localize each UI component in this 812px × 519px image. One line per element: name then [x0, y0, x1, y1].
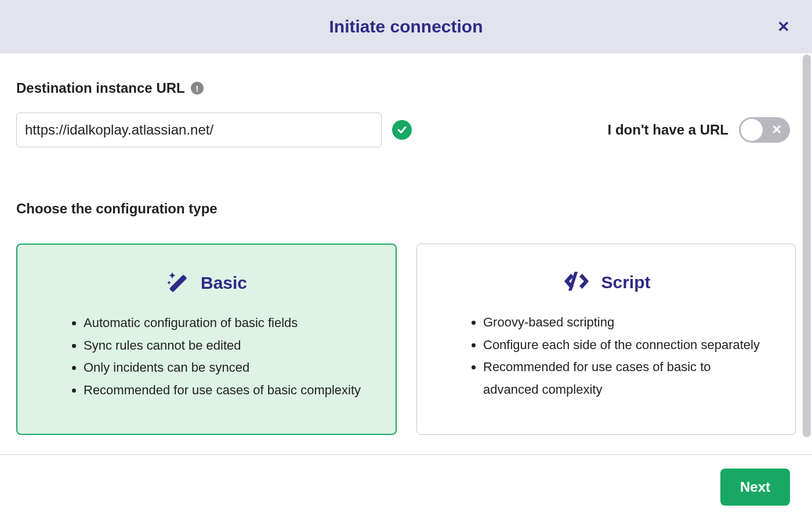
svg-rect-1	[568, 272, 578, 291]
no-url-toggle[interactable]: ✕	[739, 117, 790, 143]
card-bullets-basic: Automatic configuration of basic fields …	[35, 312, 378, 401]
card-title-basic: Basic	[201, 273, 247, 293]
destination-url-label: Destination instance URL !	[16, 80, 796, 96]
next-button[interactable]: Next	[720, 469, 790, 506]
card-head-basic: Basic	[35, 269, 378, 297]
no-url-label: I don't have a URL	[608, 122, 728, 138]
no-url-block: I don't have a URL ✕	[608, 117, 796, 143]
dialog-content: Destination instance URL ! I don't have …	[0, 53, 812, 447]
dialog-header: Initiate connection ✕	[0, 0, 812, 53]
list-item: Configure each side of the connection se…	[483, 334, 766, 357]
list-item: Sync rules cannot be edited	[84, 335, 367, 357]
toggle-x-icon: ✕	[771, 122, 782, 137]
config-options-row: Basic Automatic configuration of basic f…	[16, 244, 796, 435]
destination-url-input[interactable]	[16, 112, 382, 147]
code-icon	[561, 268, 592, 296]
destination-url-label-text: Destination instance URL	[16, 80, 185, 96]
config-type-label: Choose the configuration type	[16, 201, 796, 217]
info-icon[interactable]: !	[191, 82, 204, 95]
toggle-knob	[741, 119, 763, 141]
close-button[interactable]: ✕	[777, 19, 790, 34]
scrollbar[interactable]	[803, 55, 811, 437]
dialog-footer: Next	[0, 455, 812, 519]
list-item: Automatic configuration of basic fields	[84, 312, 367, 335]
card-bullets-script: Groovy-based scripting Configure each si…	[434, 311, 778, 401]
card-head-script: Script	[434, 268, 778, 296]
close-icon: ✕	[777, 18, 790, 35]
url-valid-indicator	[392, 120, 412, 140]
destination-url-row: I don't have a URL ✕	[16, 112, 796, 147]
card-title-script: Script	[601, 273, 650, 292]
check-icon	[397, 125, 407, 135]
dialog-title: Initiate connection	[329, 17, 483, 37]
config-card-script[interactable]: Script Groovy-based scripting Configure …	[416, 244, 796, 435]
list-item: Recommended for use cases of basic compl…	[84, 379, 367, 402]
config-card-basic[interactable]: Basic Automatic configuration of basic f…	[16, 244, 397, 435]
list-item: Groovy-based scripting	[483, 311, 766, 334]
magic-wand-icon	[166, 269, 191, 297]
list-item: Recommended for use cases of basic to ad…	[483, 356, 766, 401]
list-item: Only incidents can be synced	[84, 357, 367, 379]
